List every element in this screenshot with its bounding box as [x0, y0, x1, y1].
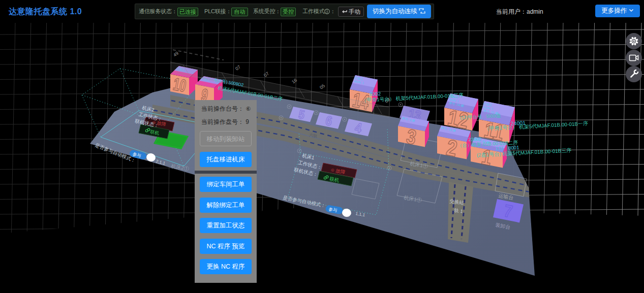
svg-text:07: 07 — [263, 71, 270, 78]
svg-text:8002: 8002 — [370, 91, 381, 97]
svg-text:07: 07 — [234, 64, 241, 72]
svg-text:05: 05 — [319, 83, 326, 90]
svg-text:49: 49 — [172, 51, 179, 58]
svg-text:16: 16 — [291, 78, 298, 85]
